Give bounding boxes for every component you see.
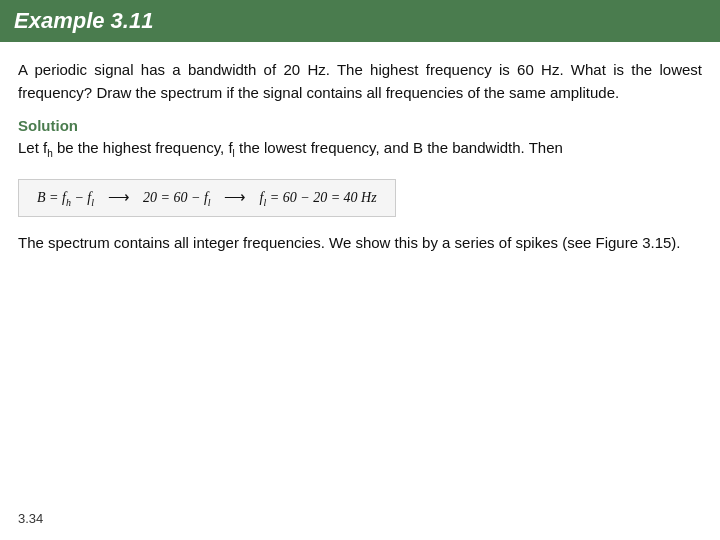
main-content: A periodic signal has a bandwidth of 20 … bbox=[0, 42, 720, 280]
solution-intro-text: Let fh be the highest frequency, fl the … bbox=[18, 136, 702, 162]
page-number: 3.34 bbox=[18, 511, 43, 526]
spectrum-text: The spectrum contains all integer freque… bbox=[18, 231, 702, 254]
page-title: Example 3.11 bbox=[14, 8, 706, 34]
header-bar: Example 3.11 bbox=[0, 0, 720, 42]
subscript-h: h bbox=[47, 148, 53, 159]
formula-box: B = fh − fl ⟶ 20 = 60 − fl ⟶ fl = 60 − 2… bbox=[18, 179, 396, 217]
problem-text: A periodic signal has a bandwidth of 20 … bbox=[18, 58, 702, 105]
subscript-l: l bbox=[233, 148, 235, 159]
formula-text: B = fh − fl ⟶ 20 = 60 − fl ⟶ fl = 60 − 2… bbox=[37, 190, 377, 205]
solution-label: Solution bbox=[18, 117, 702, 134]
